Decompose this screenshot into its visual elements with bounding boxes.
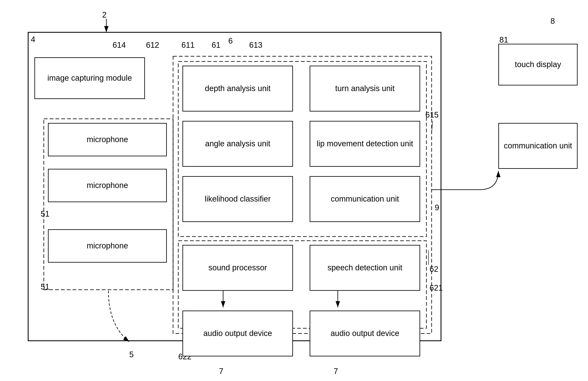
likelihood-classifier-box: likelihood classifier — [182, 176, 293, 222]
ref5-label: 5 — [129, 350, 134, 359]
ref613-label: 613 — [249, 41, 262, 50]
ref4-label: 4 — [31, 35, 35, 44]
angle-analysis-unit-box: angle analysis unit — [182, 121, 293, 167]
ref6-label: 6 — [228, 37, 233, 45]
ref9-label: 9 — [435, 203, 439, 212]
ref81-label: 81 — [499, 35, 508, 44]
speech-detection-unit-box: speech detection unit — [310, 245, 420, 291]
ref7a-label: 7 — [219, 367, 223, 376]
audio-output-device1-box: audio output device — [182, 311, 293, 356]
lip-movement-detection-unit-box: lip movement detection unit — [310, 121, 420, 167]
ref51a-label: 51 — [41, 209, 49, 219]
ref612-label: 612 — [146, 41, 159, 50]
ref8-label: 8 — [550, 17, 555, 26]
depth-analysis-unit-box: depth analysis unit — [182, 66, 293, 112]
communication-unit-outer-box: communication unit — [498, 123, 578, 169]
ref611-label: 611 — [181, 41, 194, 50]
touch-display-box: touch display — [498, 44, 578, 85]
svg-line-10 — [432, 121, 433, 133]
ref614-label: 614 — [113, 41, 126, 50]
image-capturing-module-box: image capturing module — [34, 57, 145, 99]
microphone2-box: microphone — [48, 169, 167, 202]
turn-analysis-unit-box: turn analysis unit — [310, 66, 420, 112]
microphone1-box: microphone — [48, 123, 167, 156]
ref621-label: 621 — [430, 283, 443, 292]
microphone3-box: microphone — [48, 229, 167, 263]
ref62-label: 62 — [430, 265, 438, 274]
audio-output-device2-box: audio output device — [310, 311, 420, 356]
ref51b-label: 51 — [41, 282, 49, 291]
sound-processor-box: sound processor — [182, 245, 293, 291]
ref7b-label: 7 — [334, 367, 338, 376]
communication-unit-inner-box: communication unit — [310, 176, 420, 222]
ref615-label: 615 — [425, 110, 439, 120]
ref61-label: 61 — [212, 41, 220, 50]
ref2-label: 2 — [102, 10, 106, 20]
